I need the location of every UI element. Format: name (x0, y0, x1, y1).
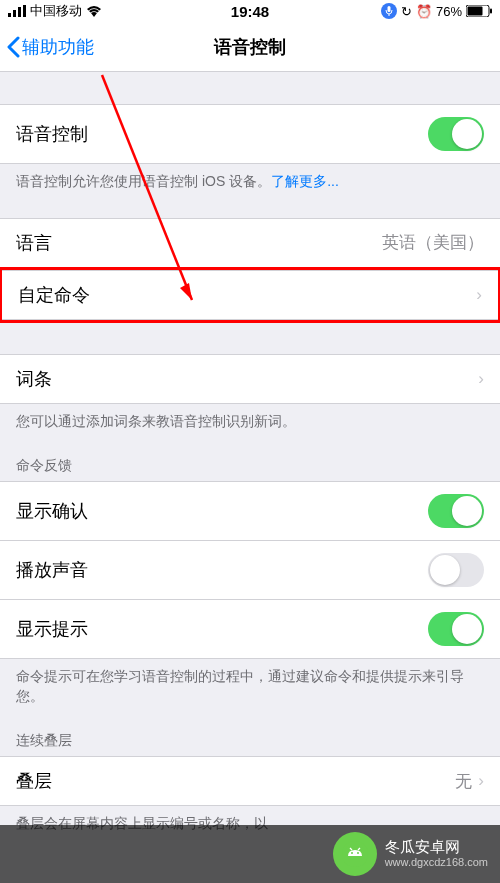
carrier-label: 中国移动 (30, 2, 82, 20)
play-sound-row[interactable]: 播放声音 (0, 541, 500, 600)
voice-control-status-icon (381, 3, 397, 19)
cell-label: 叠层 (16, 769, 52, 793)
play-sound-toggle[interactable] (428, 553, 484, 587)
chevron-left-icon (6, 36, 20, 58)
show-confirm-toggle[interactable] (428, 494, 484, 528)
svg-rect-4 (387, 6, 390, 12)
watermark-title: 冬瓜安卓网 (385, 838, 488, 856)
signal-icon (8, 5, 26, 17)
feedback-footer: 命令提示可在您学习语音控制的过程中，通过建议命令和提供提示来引导您。 (0, 659, 500, 714)
svg-rect-2 (18, 7, 21, 17)
language-row[interactable]: 语言 英语（美国） (0, 218, 500, 268)
chevron-right-icon: › (476, 285, 482, 305)
status-bar: 中国移动 19:48 ↻ ⏰ 76% (0, 0, 500, 22)
voice-control-toggle-row[interactable]: 语音控制 (0, 104, 500, 164)
cell-label: 播放声音 (16, 558, 88, 582)
learn-more-link[interactable]: 了解更多... (271, 173, 339, 189)
cell-label: 自定命令 (18, 283, 90, 307)
vocabulary-row[interactable]: 词条 › (0, 354, 500, 404)
cell-label: 语音控制 (16, 122, 88, 146)
cell-label: 语言 (16, 231, 52, 255)
cell-label: 显示提示 (16, 617, 88, 641)
feedback-header: 命令反馈 (0, 439, 500, 481)
chevron-right-icon: › (478, 369, 484, 389)
watermark-url: www.dgxcdz168.com (385, 856, 488, 869)
custom-commands-row[interactable]: 自定命令 › (2, 270, 498, 320)
watermark: 冬瓜安卓网 www.dgxcdz168.com (0, 825, 500, 883)
battery-icon (466, 5, 492, 17)
svg-rect-1 (13, 10, 16, 17)
show-confirm-row[interactable]: 显示确认 (0, 481, 500, 541)
watermark-logo-icon (333, 832, 377, 876)
battery-percent: 76% (436, 4, 462, 19)
nav-bar: 辅助功能 语音控制 (0, 22, 500, 72)
overlay-value: 无 (455, 770, 472, 793)
status-time: 19:48 (231, 3, 269, 20)
language-value: 英语（美国） (382, 231, 484, 254)
cell-label: 显示确认 (16, 499, 88, 523)
svg-rect-7 (490, 9, 492, 14)
page-title: 语音控制 (214, 35, 286, 59)
show-hints-toggle[interactable] (428, 612, 484, 646)
overlay-row[interactable]: 叠层 无 › (0, 756, 500, 806)
svg-rect-0 (8, 13, 11, 17)
back-label: 辅助功能 (22, 35, 94, 59)
svg-point-12 (357, 852, 359, 854)
cell-label: 词条 (16, 367, 52, 391)
svg-rect-3 (23, 5, 26, 17)
orientation-lock-icon: ↻ (401, 4, 412, 19)
voice-control-toggle[interactable] (428, 117, 484, 151)
show-hints-row[interactable]: 显示提示 (0, 600, 500, 659)
overlay-header: 连续叠层 (0, 714, 500, 756)
voice-control-footer: 语音控制允许您使用语音控制 iOS 设备。了解更多... (0, 164, 500, 200)
wifi-icon (86, 5, 102, 17)
vocabulary-footer: 您可以通过添加词条来教语音控制识别新词。 (0, 404, 500, 440)
svg-point-11 (351, 852, 353, 854)
svg-rect-6 (468, 7, 483, 16)
alarm-icon: ⏰ (416, 4, 432, 19)
back-button[interactable]: 辅助功能 (6, 35, 94, 59)
chevron-right-icon: › (478, 771, 484, 791)
